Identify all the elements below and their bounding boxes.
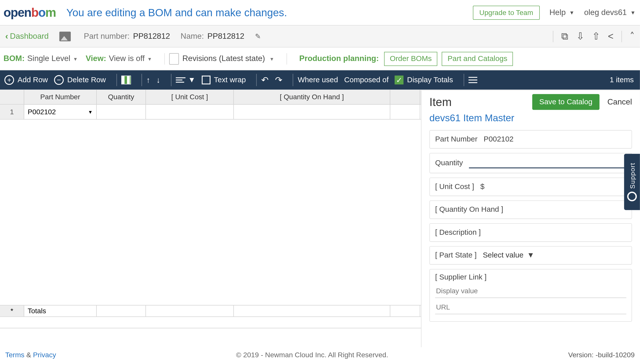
revisions-dropdown[interactable]: Revisions (Latest state)	[182, 54, 265, 63]
where-used-button[interactable]: Where used	[298, 76, 338, 84]
columns-button[interactable]	[121, 76, 131, 84]
user-menu[interactable]: oleg devs61 ▼	[584, 8, 636, 17]
field-quantity[interactable]: Quantity	[430, 153, 632, 173]
display-totals-label: Display Totals	[407, 76, 453, 84]
save-to-catalog-button[interactable]: Save to Catalog	[532, 94, 600, 110]
user-label: oleg devs61	[584, 8, 627, 17]
help-menu[interactable]: Help ▼	[550, 8, 574, 17]
col-part-number[interactable]: Part Number	[24, 90, 97, 104]
field-label: [ Part State ]	[435, 251, 476, 260]
item-panel: Item Save to Catalog Cancel devs61 Item …	[421, 90, 640, 347]
part-number-label: Part number:	[84, 32, 130, 41]
production-label: Production planning:	[299, 54, 379, 63]
cell-qoh[interactable]	[234, 104, 390, 119]
download-icon[interactable]: ⇩	[576, 30, 584, 42]
separator	[171, 74, 172, 86]
field-qoh[interactable]: [ Quantity On Hand ]	[430, 200, 632, 219]
separator	[622, 30, 622, 42]
chevron-down-icon: ▼	[73, 56, 78, 61]
top-bar: openbom You are editing a BOM and can ma…	[0, 0, 640, 26]
field-label: Quantity	[435, 159, 463, 168]
col-unit-cost[interactable]: [ Unit Cost ]	[146, 90, 234, 104]
field-part-state[interactable]: [ Part State ] Select value ▼	[430, 246, 632, 264]
field-description[interactable]: [ Description ]	[430, 223, 632, 242]
separator	[164, 53, 165, 64]
delete-row-button[interactable]: − Delete Row	[54, 75, 106, 85]
separator	[116, 74, 117, 86]
part-number-value: PP812812	[133, 32, 170, 41]
separator	[464, 74, 464, 86]
field-part-number[interactable]: Part Number P002102	[430, 130, 632, 148]
cell-unit-cost[interactable]	[146, 104, 234, 119]
bom-dropdown[interactable]: Single Level	[27, 54, 70, 63]
view-bar: BOM: Single Level ▼ View: View is off ▼ …	[0, 48, 640, 70]
col-qoh[interactable]: [ Quantity On Hand ]	[234, 90, 390, 104]
chevron-down-icon: ▼	[88, 109, 93, 114]
upgrade-button[interactable]: Upgrade to Team	[473, 6, 540, 20]
order-boms-button[interactable]: Order BOMs	[384, 52, 437, 66]
text-wrap-toggle[interactable]: Text wrap	[202, 76, 246, 84]
support-tab[interactable]: Support	[624, 154, 640, 210]
edit-icon[interactable]: ✎	[255, 32, 261, 40]
catalog-link[interactable]: devs61 Item Master	[430, 112, 632, 124]
composed-of-button[interactable]: Composed of	[344, 76, 389, 84]
description-input[interactable]	[487, 228, 626, 237]
item-panel-title: Item	[430, 95, 532, 109]
lifebuoy-icon	[627, 192, 637, 201]
menu-button[interactable]	[468, 77, 477, 83]
unit-cost-input[interactable]	[484, 182, 626, 191]
qoh-input[interactable]	[509, 205, 626, 214]
field-label: [ Unit Cost ]	[435, 182, 474, 191]
logo[interactable]: openbom	[4, 6, 56, 20]
chevron-down-icon: ▼	[527, 251, 534, 260]
align-button[interactable]: ▼	[176, 76, 196, 84]
edit-banner: You are editing a BOM and can make chang…	[66, 6, 473, 18]
supplier-display-input[interactable]	[435, 284, 626, 298]
display-totals-toggle[interactable]: ✓ Display Totals	[395, 76, 453, 84]
chevron-down-icon: ▼	[188, 76, 196, 84]
move-up-button[interactable]: ↑	[146, 75, 150, 84]
share-icon[interactable]: <	[608, 30, 614, 42]
view-label: View:	[86, 54, 106, 63]
totals-marker: *	[0, 306, 24, 316]
cell-part-number[interactable]: P002102 ▼	[24, 104, 97, 119]
part-state-value: Select value	[483, 251, 524, 260]
hamburger-icon	[468, 77, 477, 83]
field-label: [ Description ]	[435, 228, 481, 237]
separator	[142, 74, 142, 86]
upload-icon[interactable]: ⇧	[592, 30, 600, 42]
columns-icon	[121, 76, 131, 84]
version: Version: -build-10209	[568, 351, 635, 359]
add-row-label: Add Row	[18, 76, 48, 84]
back-dashboard-link[interactable]: ‹ Dashboard	[5, 31, 49, 41]
view-dropdown[interactable]: View is off	[109, 54, 144, 63]
name-label: Name:	[180, 32, 204, 41]
redo-button[interactable]: ↷	[275, 75, 282, 85]
field-label: [ Supplier Link ]	[435, 273, 626, 282]
separator	[256, 74, 257, 86]
field-supplier-link[interactable]: [ Supplier Link ]	[430, 269, 632, 322]
cancel-button[interactable]: Cancel	[608, 97, 632, 106]
supplier-url-input[interactable]	[435, 300, 626, 314]
undo-button[interactable]: ↶	[261, 75, 269, 85]
copy-icon[interactable]: ⧉	[561, 30, 568, 42]
terms-link[interactable]: Terms	[5, 351, 24, 359]
checkbox-icon	[202, 76, 210, 84]
revisions-icon	[169, 53, 179, 64]
move-down-button[interactable]: ↓	[156, 75, 160, 84]
composed-of-label: Composed of	[344, 76, 389, 84]
minus-icon: −	[54, 75, 64, 85]
chevron-down-icon: ▼	[147, 56, 152, 61]
privacy-link[interactable]: Privacy	[33, 351, 56, 359]
cell-quantity[interactable]	[97, 104, 146, 119]
add-row-button[interactable]: + Add Row	[4, 75, 48, 85]
quantity-input[interactable]	[469, 158, 562, 166]
items-count: 1 items	[610, 76, 634, 84]
separator	[293, 74, 294, 86]
part-catalogs-button[interactable]: Part and Catalogs	[442, 52, 513, 66]
collapse-icon[interactable]: ˄	[630, 30, 634, 42]
thumbnail-icon[interactable]	[59, 32, 71, 41]
arrow-up-icon: ↑	[146, 75, 150, 84]
col-quantity[interactable]: Quantity	[97, 90, 146, 104]
field-unit-cost[interactable]: [ Unit Cost ] $	[430, 178, 632, 196]
